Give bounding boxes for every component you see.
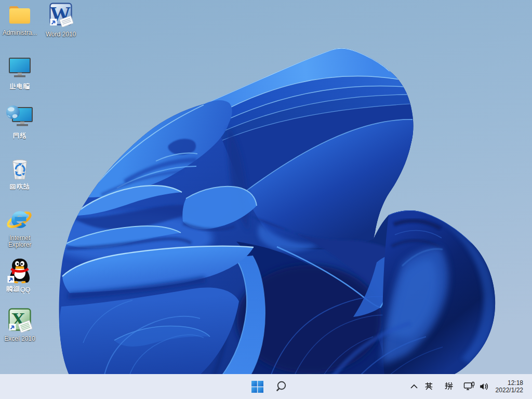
svg-text:QQ: QQ <box>20 286 31 294</box>
